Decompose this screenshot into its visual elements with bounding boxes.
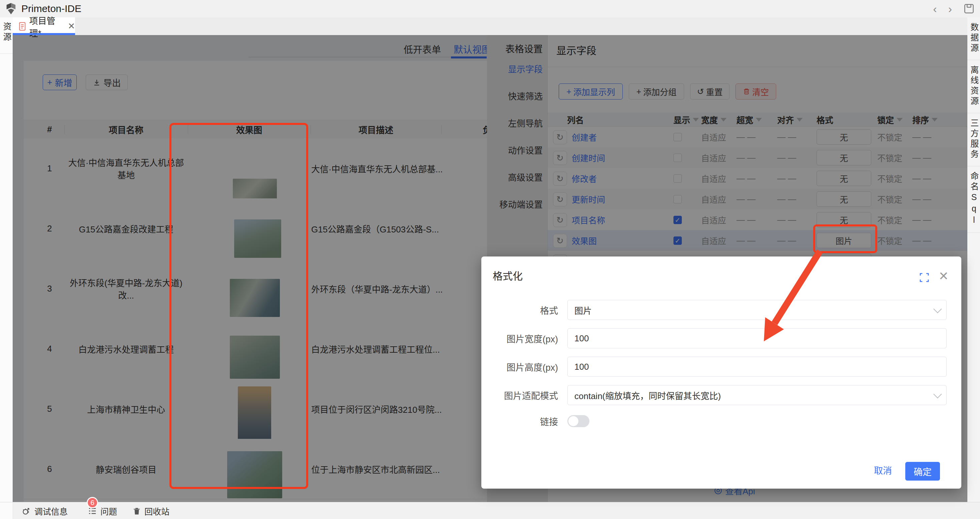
modal-field-row: 链接 [481,411,961,431]
sidebar-item-3[interactable]: 命名Sql [967,166,980,233]
chevron-down-icon [933,390,942,398]
modal-field-row: 图片宽度(px)100 [481,328,961,348]
recycle-bin-button[interactable]: 回收站 [132,505,169,517]
field-label: 图片高度(px) [507,357,558,377]
trash-icon [132,507,141,515]
sidebar-item-resources[interactable]: 资源 [0,22,13,43]
app-title: Primeton-IDE [21,3,81,14]
modal-field-row: 图片高度(px)100 [481,357,961,377]
save-icon[interactable] [963,3,975,14]
field-select[interactable]: 图片 [567,300,947,320]
sidebar-item-label: 命名Sql [967,172,980,227]
fullscreen-icon[interactable] [919,273,929,283]
field-value: 100 [574,333,589,344]
field-value: contain(缩放填充，同时保留其长宽比) [574,389,721,401]
cancel-button[interactable]: 取消 [874,463,892,477]
tab-close-icon[interactable]: ✕ [68,21,75,31]
debug-icon [22,506,31,516]
modal-field-row: 格式图片 [481,300,961,320]
sidebar-item-label: 离线资源 [967,65,980,107]
sidebar-item-2[interactable]: 三方服务 [967,113,980,166]
sidebar-item-1[interactable]: 离线资源 [967,60,980,113]
modal-title: 格式化 [493,268,523,283]
sidebar-item-label: 三方服务 [967,118,980,160]
field-select[interactable]: contain(缩放填充，同时保留其长宽比) [567,385,947,405]
close-icon[interactable]: ✕ [939,269,949,283]
sidebar-item-0[interactable]: 数据源 [967,18,980,60]
nav-back-icon[interactable]: ‹ [933,0,937,18]
sidebar-divider [0,53,13,54]
debug-info-button[interactable]: 调试信息 [22,505,68,517]
title-bar: Primeton-IDE ‹ › [0,0,980,18]
right-sidebar: 数据源离线资源三方服务命名Sql [967,18,980,502]
field-label: 格式 [540,300,558,320]
document-icon [19,21,26,31]
chevron-down-icon [933,305,942,313]
field-label: 图片宽度(px) [507,328,558,348]
toggle-knob [568,416,578,426]
editor-tabstrip: 项目管理* ✕ [13,18,967,35]
statusbar-left-strip [0,502,13,519]
nav-forward-icon[interactable]: › [948,0,952,18]
left-sidebar: 资源 [0,18,13,502]
problems-count-badge: 6 [87,497,98,508]
modal-field-row: 图片适配模式contain(缩放填充，同时保留其长宽比) [481,385,961,405]
app-logo-icon [5,2,18,15]
field-label: 图片适配模式 [504,385,558,405]
link-toggle[interactable] [567,415,589,427]
tab-project-management[interactable]: 项目管理* ✕ [13,18,75,35]
field-label: 链接 [540,411,558,431]
sidebar-item-label: 数据源 [967,23,980,54]
field-input[interactable]: 100 [567,328,947,348]
confirm-button[interactable]: 确定 [905,462,940,481]
field-value: 图片 [574,304,592,316]
status-bar: 调试信息 问题 6 回收站 [0,502,980,519]
field-input[interactable]: 100 [567,357,947,377]
field-value: 100 [574,362,589,372]
format-modal: 格式化 ✕ 格式图片图片宽度(px)100图片高度(px)100图片适配模式co… [481,257,961,489]
